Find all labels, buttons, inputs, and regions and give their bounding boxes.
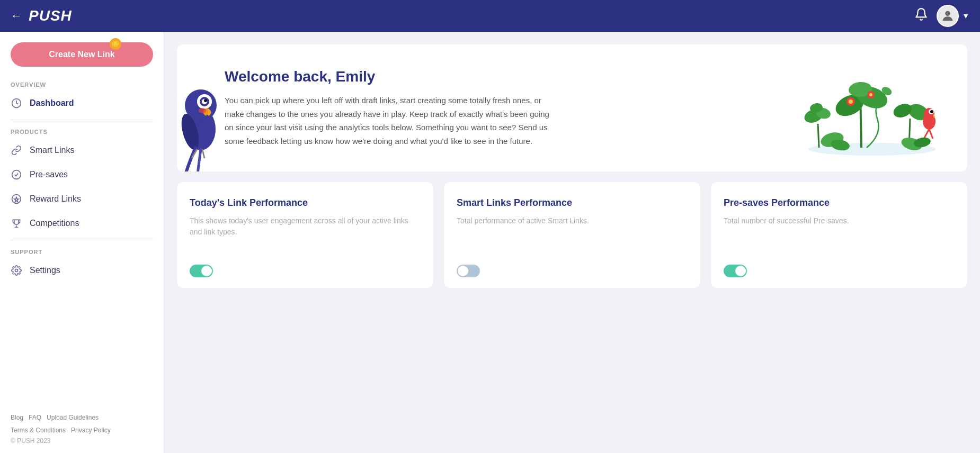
card-smart-links-performance: Smart Links Performance Total performanc… <box>444 182 700 288</box>
sidebar-item-settings[interactable]: Settings <box>0 258 164 283</box>
toggle-knob <box>201 266 212 276</box>
layout: Create New Link 🪙 OVERVIEW Dashboard PRO… <box>0 32 980 453</box>
plant-illustration <box>792 60 951 156</box>
svg-point-11 <box>199 108 206 113</box>
card-todays-toggle[interactable] <box>190 265 213 277</box>
sidebar-copyright: © PUSH 2023 <box>11 437 153 445</box>
sidebar-item-smart-links-label: Smart Links <box>30 146 74 155</box>
bell-icon[interactable] <box>914 7 928 24</box>
toggle-knob <box>458 266 468 276</box>
footer-link-terms[interactable]: Terms & Conditions <box>11 427 66 434</box>
topnav: ← PUSH ▼ <box>0 0 980 32</box>
sidebar-item-reward-links[interactable]: Reward Links <box>0 187 164 211</box>
toggle-knob <box>735 266 746 276</box>
sidebar-divider-2 <box>11 240 153 240</box>
sidebar-item-competitions-label: Competitions <box>30 219 79 228</box>
create-new-link-button[interactable]: Create New Link 🪙 <box>11 42 153 67</box>
svg-point-35 <box>930 110 933 113</box>
card-todays-subtitle: This shows today's user engagement acros… <box>190 215 421 238</box>
star-icon <box>11 193 22 205</box>
profile-chevron-icon[interactable]: ▼ <box>962 12 969 20</box>
svg-line-36 <box>924 129 929 139</box>
sidebar-footer-links: Blog FAQ Upload Guidelines Terms & Condi… <box>11 414 153 434</box>
sidebar-item-competitions[interactable]: Competitions <box>0 211 164 235</box>
svg-point-27 <box>869 93 872 96</box>
svg-line-14 <box>202 149 204 158</box>
welcome-title: Welcome back, Emily <box>225 68 792 85</box>
trophy-icon <box>11 218 22 229</box>
sidebar-footer: Blog FAQ Upload Guidelines Terms & Condi… <box>0 405 164 453</box>
card-smart-links-toggle[interactable] <box>457 265 480 277</box>
footer-link-upload-guidelines[interactable]: Upload Guidelines <box>47 414 99 421</box>
card-todays-title: Today's Link Performance <box>190 197 421 209</box>
sidebar-section-overview: OVERVIEW <box>0 77 164 91</box>
welcome-body: You can pick up where you left off with … <box>225 94 553 148</box>
main-content: Welcome back, Emily You can pick up wher… <box>164 32 980 453</box>
sidebar-section-support: SUPPORT <box>0 244 164 258</box>
welcome-card: Welcome back, Emily You can pick up wher… <box>177 44 967 171</box>
card-pre-saves-toggle-row <box>724 256 955 277</box>
svg-point-10 <box>204 99 207 102</box>
svg-point-2 <box>12 170 21 179</box>
footer-link-faq[interactable]: FAQ <box>29 414 41 421</box>
gauge-icon <box>11 97 22 109</box>
sidebar-item-settings-label: Settings <box>30 266 60 275</box>
cards-row: Today's Link Performance This shows toda… <box>177 182 967 288</box>
parrot-illustration <box>177 55 230 171</box>
sidebar-item-dashboard[interactable]: Dashboard <box>0 91 164 115</box>
sidebar-item-dashboard-label: Dashboard <box>30 98 74 108</box>
create-btn-wrap: Create New Link 🪙 <box>0 42 164 77</box>
sidebar-section-products: PRODUCTS <box>0 124 164 138</box>
footer-link-blog[interactable]: Blog <box>11 414 23 421</box>
welcome-text-section: Welcome back, Emily You can pick up wher… <box>193 68 792 148</box>
sidebar-divider-1 <box>11 120 153 120</box>
svg-point-3 <box>12 195 21 204</box>
topnav-icons: ▼ <box>914 5 969 27</box>
svg-line-37 <box>929 129 933 139</box>
card-smart-links-subtitle: Total performance of active Smart Links. <box>457 215 688 226</box>
card-todays-toggle-row <box>190 256 421 277</box>
card-smart-links-title: Smart Links Performance <box>457 197 688 209</box>
sidebar-item-pre-saves-label: Pre-saves <box>30 170 68 179</box>
svg-point-4 <box>15 269 18 272</box>
card-pre-saves-title: Pre-saves Performance <box>724 197 955 209</box>
card-pre-saves-performance: Pre-saves Performance Total number of su… <box>711 182 967 288</box>
svg-point-25 <box>849 99 853 104</box>
card-pre-saves-toggle[interactable] <box>724 265 747 277</box>
footer-link-privacy[interactable]: Privacy Policy <box>71 427 111 434</box>
circle-check-icon <box>11 169 22 180</box>
avatar[interactable] <box>937 5 959 27</box>
card-smart-links-toggle-row <box>457 256 688 277</box>
gear-icon <box>11 265 22 276</box>
app-logo: PUSH <box>29 7 914 24</box>
link-icon <box>11 144 22 156</box>
sidebar-item-reward-links-label: Reward Links <box>30 194 81 204</box>
card-todays-link-performance: Today's Link Performance This shows toda… <box>177 182 433 288</box>
sidebar-item-smart-links[interactable]: Smart Links <box>0 138 164 162</box>
back-button[interactable]: ← <box>11 9 22 23</box>
create-btn-label: Create New Link <box>49 50 114 59</box>
sidebar-item-pre-saves[interactable]: Pre-saves <box>0 162 164 187</box>
sidebar: Create New Link 🪙 OVERVIEW Dashboard PRO… <box>0 32 164 453</box>
svg-point-31 <box>892 102 914 120</box>
card-pre-saves-subtitle: Total number of successful Pre-saves. <box>724 215 955 226</box>
svg-point-0 <box>945 11 950 16</box>
coin-badge: 🪙 <box>110 38 121 50</box>
svg-line-16 <box>818 124 819 148</box>
